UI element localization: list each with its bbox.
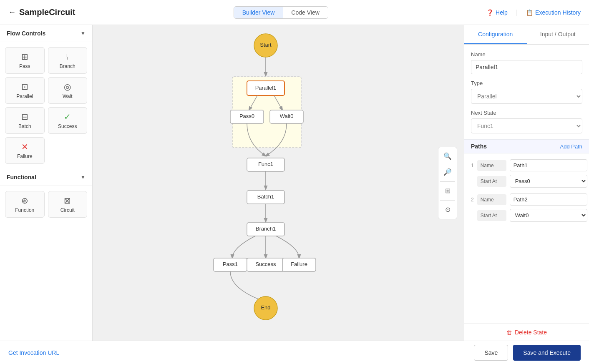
pass-label: Pass xyxy=(19,63,30,69)
main: Flow Controls ▼ ⊞ Pass ⑂ Branch ⊡ Parall… xyxy=(0,25,589,341)
function-icon: ⊛ xyxy=(21,196,28,206)
path-2-startat-label: Start At xyxy=(477,210,506,221)
path-1-startat-select[interactable]: Pass0 xyxy=(510,175,587,188)
grid-button[interactable]: ⊞ xyxy=(440,183,455,198)
type-select[interactable]: Parallel xyxy=(471,89,582,104)
success-icon: ✓ xyxy=(64,112,71,122)
path-2-startat-select[interactable]: Wait0 xyxy=(510,209,587,222)
circuit-label: Circuit xyxy=(60,207,75,213)
next-state-select[interactable]: Func1 xyxy=(471,118,582,133)
save-button[interactable]: Save xyxy=(474,345,508,361)
path-1-startat-row: Start At Pass0 xyxy=(477,175,587,188)
sidebar-item-batch[interactable]: ⊟ Batch xyxy=(5,107,45,134)
sidebar-item-failure[interactable]: ✕ Failure xyxy=(5,137,45,164)
add-path-button[interactable]: Add Path xyxy=(560,143,583,150)
path-1-name-row: Name xyxy=(477,159,587,171)
parallel-icon: ⊡ xyxy=(21,82,28,92)
pass1-label: Pass1 xyxy=(223,261,238,267)
flow-controls-grid: ⊞ Pass ⑂ Branch ⊡ Parallel ◎ Wait ⊟ Batc… xyxy=(0,42,92,169)
path-1-startat-label: Start At xyxy=(477,176,506,187)
panel-footer: 🗑 Delete State xyxy=(464,324,589,341)
canvas-toolbar: 🔍 🔎 ⊞ ⊙ xyxy=(438,147,457,219)
type-field-label: Type xyxy=(471,80,582,86)
sidebar-item-function[interactable]: ⊛ Function xyxy=(5,191,45,218)
delete-state-button[interactable]: 🗑 Delete State xyxy=(506,329,547,336)
path-2-item: Name Start At Wait0 xyxy=(477,193,587,222)
flow-diagram: Start Parallel1 Pass0 Wait0 xyxy=(93,25,439,341)
sidebar: Flow Controls ▼ ⊞ Pass ⑂ Branch ⊡ Parall… xyxy=(0,25,93,341)
name-field-group: Name xyxy=(471,51,582,74)
pass0-label: Pass0 xyxy=(239,113,254,119)
bottom-actions: Save Save and Execute xyxy=(474,345,581,361)
path-2-startat-row: Start At Wait0 xyxy=(477,209,587,222)
fit-button[interactable]: ⊙ xyxy=(440,202,455,217)
function-label: Function xyxy=(15,207,34,213)
trash-icon: 🗑 xyxy=(506,329,512,336)
save-execute-button[interactable]: Save and Execute xyxy=(513,345,581,361)
header-center: Builder View Code View xyxy=(234,6,328,19)
functional-section[interactable]: Functional ▼ xyxy=(0,169,92,186)
diagram-svg: Start Parallel1 Pass0 Wait0 xyxy=(161,27,370,339)
batch-label: Batch xyxy=(18,123,31,129)
failure-icon: ✕ xyxy=(21,142,28,152)
next-state-label: Next State xyxy=(471,110,582,116)
zoom-out-button[interactable]: 🔎 xyxy=(440,165,455,180)
help-link[interactable]: ❓ Help xyxy=(486,9,508,16)
flow-controls-section[interactable]: Flow Controls ▼ xyxy=(0,25,92,42)
code-view-button[interactable]: Code View xyxy=(283,7,327,18)
tab-input-output[interactable]: Input / Output xyxy=(527,25,589,44)
sidebar-item-circuit[interactable]: ⊠ Circuit xyxy=(48,191,88,218)
sidebar-item-success[interactable]: ✓ Success xyxy=(48,107,88,134)
func1-label: Func1 xyxy=(258,161,273,167)
back-button[interactable]: ← xyxy=(8,8,16,17)
panel-tabs: Configuration Input / Output xyxy=(464,25,589,45)
failure-label: Failure xyxy=(17,153,33,159)
panel-body: Name Type Parallel Next State Func1 Path… xyxy=(464,45,589,324)
name-field-label: Name xyxy=(471,51,582,58)
branch-label: Branch xyxy=(60,63,76,69)
functional-chevron: ▼ xyxy=(81,174,86,180)
path-2-name-label: Name xyxy=(477,194,506,205)
path-2-num: 2 xyxy=(471,193,474,203)
header-left: ← SampleCircuit xyxy=(8,8,75,17)
path-1-name-label: Name xyxy=(477,160,506,171)
path-1-item: Name Start At Pass0 xyxy=(477,159,587,188)
success-label: Success xyxy=(58,123,77,129)
edge-branch1-failure xyxy=(276,236,299,258)
functional-title: Functional xyxy=(7,174,36,181)
canvas[interactable]: Start Parallel1 Pass0 Wait0 xyxy=(93,25,464,341)
invocation-url-link[interactable]: Get Invocation URL xyxy=(8,349,59,356)
flow-controls-title: Flow Controls xyxy=(7,30,45,37)
circuit-icon: ⊠ xyxy=(64,196,71,206)
tab-configuration[interactable]: Configuration xyxy=(464,25,527,44)
batch-icon: ⊟ xyxy=(21,112,28,122)
sidebar-item-wait[interactable]: ◎ Wait xyxy=(48,77,88,104)
path-2-section: 2 Name Start At Wait0 xyxy=(471,193,582,222)
builder-view-button[interactable]: Builder View xyxy=(234,7,283,18)
path-2-name-input[interactable] xyxy=(510,193,587,206)
sidebar-item-branch[interactable]: ⑂ Branch xyxy=(48,47,88,74)
bottom-bar: Get Invocation URL Save Save and Execute xyxy=(0,341,589,364)
parallel1-label: Parallel1 xyxy=(255,85,277,91)
branch1-label: Branch1 xyxy=(256,226,276,232)
path-1-name-input[interactable] xyxy=(510,159,587,171)
flow-controls-chevron: ▼ xyxy=(81,30,86,36)
paths-section-header: Paths Add Path xyxy=(464,139,589,153)
name-input[interactable] xyxy=(471,60,582,74)
functional-grid: ⊛ Function ⊠ Circuit xyxy=(0,186,92,223)
start-label: Start xyxy=(260,42,272,48)
type-field-group: Type Parallel xyxy=(471,80,582,104)
failure-label: Failure xyxy=(291,261,307,267)
next-state-field-group: Next State Func1 xyxy=(471,110,582,133)
header-right: ❓ Help | 📋 Execution History xyxy=(486,9,581,16)
wait-label: Wait xyxy=(63,93,73,99)
end-label: End xyxy=(261,304,270,311)
branch-icon: ⑂ xyxy=(65,52,70,62)
history-icon: 📋 xyxy=(526,9,533,16)
help-icon: ❓ xyxy=(486,9,493,16)
zoom-in-button[interactable]: 🔍 xyxy=(440,149,455,164)
sidebar-item-parallel[interactable]: ⊡ Parallel xyxy=(5,77,45,104)
sidebar-item-pass[interactable]: ⊞ Pass xyxy=(5,47,45,74)
path-1-section: 1 Name Start At Pass0 xyxy=(471,159,582,188)
execution-history-link[interactable]: 📋 Execution History xyxy=(526,9,581,16)
